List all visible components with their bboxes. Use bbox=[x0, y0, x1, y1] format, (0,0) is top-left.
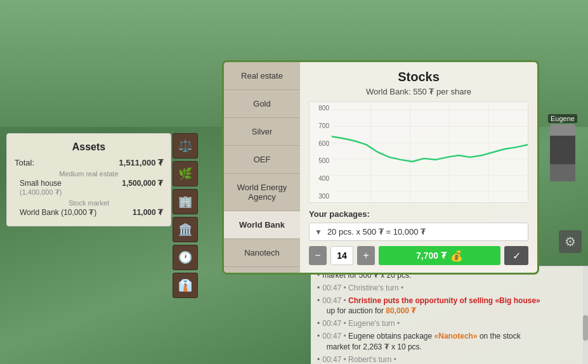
y-label-300: 300 bbox=[312, 193, 329, 200]
plus-button[interactable]: + bbox=[357, 246, 375, 265]
category-oef[interactable]: OEF bbox=[224, 146, 300, 174]
total-label: Total: bbox=[15, 158, 34, 167]
log-text-2: 00:47 • Christine's turn • bbox=[322, 283, 403, 294]
y-label-800: 800 bbox=[312, 105, 329, 112]
eugene-character: Eugene bbox=[544, 114, 582, 190]
minus-button[interactable]: − bbox=[309, 246, 327, 265]
log-bullet-3: • bbox=[317, 296, 320, 305]
y-label-600: 600 bbox=[312, 140, 329, 147]
building-icon[interactable]: 🏢 bbox=[173, 189, 198, 214]
stock-market-label: Stock market bbox=[15, 199, 163, 207]
stocks-subtitle: World Bank: 550 ₮ per share bbox=[309, 87, 528, 96]
category-world-bank[interactable]: World Bank bbox=[224, 211, 300, 239]
log-text-3: 00:47 • Christine puts the opportunity o… bbox=[322, 296, 540, 317]
tie-icon[interactable]: 👔 bbox=[173, 273, 198, 298]
small-house-value: 1,500,000 ₮ bbox=[122, 179, 163, 197]
scrollbar[interactable] bbox=[583, 266, 588, 364]
log-entry-5: • 00:47 • Eugene obtains package «Nanote… bbox=[317, 331, 582, 353]
buy-controls: − 14 + 7,700 ₮ 💰 ✓ bbox=[309, 246, 528, 265]
small-house-label: Small house (1,400,000 ₮) bbox=[20, 179, 62, 197]
category-list: Real estate Gold Silver OEF World Energy… bbox=[224, 62, 300, 273]
stocks-title: Stocks bbox=[309, 70, 528, 84]
package-text: 20 pcs. x 500 ₮ = 10,000 ₮ bbox=[327, 227, 426, 237]
category-nanotech[interactable]: Nanotech bbox=[224, 239, 300, 267]
building2-icon[interactable]: 🏛️ bbox=[173, 217, 198, 242]
icon-sidebar: ⚖️ 🌿 🏢 🏛️ 🕐 👔 bbox=[173, 133, 199, 298]
medium-real-estate-label: Medium real estate bbox=[15, 170, 163, 178]
total-value: 1,511,000 ₮ bbox=[119, 158, 163, 167]
log-bullet-6: • bbox=[317, 355, 320, 364]
balance-icon[interactable]: ⚖️ bbox=[173, 133, 198, 159]
log-text-4: 00:47 • Eugene's turn • bbox=[322, 318, 400, 329]
category-silver[interactable]: Silver bbox=[224, 118, 300, 146]
package-row: ▼ 20 pcs. x 500 ₮ = 10,000 ₮ bbox=[309, 223, 528, 241]
scrollbar-thumb[interactable] bbox=[583, 315, 588, 341]
y-label-500: 500 bbox=[312, 157, 329, 164]
log-bullet-2: • bbox=[317, 283, 320, 292]
stock-chart: 800 700 600 500 400 300 bbox=[309, 101, 528, 203]
settings-gear[interactable]: ⚙ bbox=[559, 230, 582, 253]
assets-panel: Assets Total: 1,511,000 ₮ Medium real es… bbox=[6, 133, 171, 226]
confirm-button[interactable]: ✓ bbox=[504, 246, 528, 265]
event-log: • market for 500 ₮ x 20 pcs. • 00:47 • C… bbox=[311, 266, 588, 364]
stocks-content: Stocks World Bank: 550 ₮ per share 800 7… bbox=[300, 62, 537, 273]
assets-total-row: Total: 1,511,000 ₮ bbox=[15, 158, 163, 167]
chart-svg bbox=[332, 102, 528, 202]
world-bank-value: 11,000 ₮ bbox=[133, 208, 163, 217]
category-real-estate[interactable]: Real estate bbox=[224, 62, 300, 90]
y-label-700: 700 bbox=[312, 122, 329, 129]
assets-title: Assets bbox=[15, 141, 163, 153]
buy-button[interactable]: 7,700 ₮ 💰 bbox=[379, 246, 500, 265]
world-bank-label: World Bank (10,000 ₮) bbox=[20, 208, 96, 217]
packages-label: Your packages: bbox=[309, 209, 528, 219]
quantity-display: 14 bbox=[330, 246, 353, 265]
coin-icon: 💰 bbox=[450, 250, 463, 262]
log-bullet-5: • bbox=[317, 332, 320, 341]
chart-y-labels: 800 700 600 500 400 300 bbox=[310, 102, 332, 202]
stocks-modal: Real estate Gold Silver OEF World Energy… bbox=[222, 60, 539, 275]
plant-icon[interactable]: 🌿 bbox=[173, 161, 198, 186]
category-world-energy-agency[interactable]: World Energy Agency bbox=[224, 174, 300, 211]
price-label: 7,700 ₮ bbox=[416, 250, 447, 261]
small-house-row: Small house (1,400,000 ₮) 1,500,000 ₮ bbox=[15, 179, 163, 197]
eugene-label: Eugene bbox=[548, 114, 577, 123]
package-dropdown[interactable]: ▼ bbox=[315, 228, 322, 237]
log-text-6: 00:47 • Robert's turn • bbox=[322, 354, 396, 364]
clock-icon[interactable]: 🕐 bbox=[173, 245, 198, 270]
log-entry-4: • 00:47 • Eugene's turn • bbox=[317, 318, 582, 329]
log-text-5: 00:47 • Eugene obtains package «Nanotech… bbox=[322, 331, 520, 353]
log-bullet-4: • bbox=[317, 319, 320, 328]
eugene-figure bbox=[550, 124, 575, 181]
category-gold[interactable]: Gold bbox=[224, 90, 300, 118]
world-bank-row: World Bank (10,000 ₮) 11,000 ₮ bbox=[15, 208, 163, 217]
y-label-400: 400 bbox=[312, 175, 329, 182]
log-entry-6: • 00:47 • Robert's turn • bbox=[317, 354, 582, 364]
log-entry-3: • 00:47 • Christine puts the opportunity… bbox=[317, 296, 582, 317]
log-entry-2: • 00:47 • Christine's turn • bbox=[317, 283, 582, 294]
